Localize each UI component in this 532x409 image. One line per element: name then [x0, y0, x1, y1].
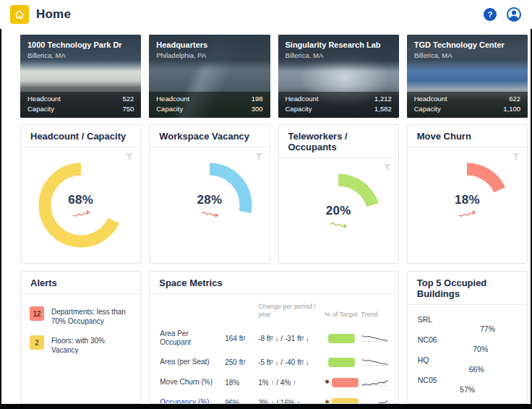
capacity-value: 300	[252, 104, 263, 114]
help-icon: ?	[488, 10, 493, 19]
top-building-row-hq: HQ 66%	[418, 356, 518, 374]
metric-change: -5 ft² ↓ / -40 ft² ↓	[258, 358, 325, 366]
metric-row-area-per-seat: Area (per Seat) 250 ft² -5 ft² ↓ / -40 f…	[160, 352, 388, 372]
alert-count-badge: 2	[30, 335, 44, 350]
building-location: Billerica, MA	[286, 51, 392, 59]
metric-row-occupancy: Occupancy (%) 96% 3% ↑ / 16% ↑ ✱	[160, 392, 388, 404]
metric-name: Area Per Occupant	[160, 330, 225, 347]
headcount-label: Headcount	[156, 94, 189, 104]
building-location: Billerica, MA	[414, 51, 520, 59]
gauge-title: Teleworkers / Occupants	[279, 125, 398, 158]
target-bar	[332, 398, 359, 405]
home-button[interactable]	[10, 5, 29, 24]
building-code: NC05	[418, 376, 518, 385]
capacity-label: Capacity	[414, 104, 441, 114]
capacity-value: 750	[122, 104, 134, 114]
metric-value: 18%	[225, 379, 258, 387]
donut-chart	[296, 173, 381, 259]
capacity-value: 1,100	[503, 104, 520, 114]
building-name: Singularity Research Lab	[286, 40, 392, 50]
headcount-value: 522	[122, 94, 134, 104]
space-metrics-title: Space Metrics	[150, 272, 398, 294]
building-location: Billerica, MA	[27, 51, 134, 59]
capacity-label: Capacity	[27, 104, 54, 114]
donut-chart	[424, 163, 510, 248]
col-header-trend: Trend	[361, 311, 389, 319]
filter-icon[interactable]	[383, 163, 392, 172]
page-title: Home	[36, 7, 71, 22]
metric-name-occupancy-link[interactable]: Occupancy (%)	[160, 398, 225, 404]
headcount-value: 198	[252, 94, 263, 104]
target-bar	[328, 358, 355, 367]
target-marker: :	[325, 359, 326, 365]
target-marker: ✱	[325, 379, 330, 385]
occupancy-percent: 77%	[418, 324, 495, 333]
target-marker: ✱	[325, 400, 330, 404]
alerts-panel: Alerts 12 Departments: less than 70% Occ…	[20, 271, 141, 404]
alert-item-floors[interactable]: 2 Floors: with 30% Vacancy	[30, 335, 132, 355]
metric-name: Move Churn (%)	[160, 378, 225, 387]
metric-value: 250 ft²	[225, 358, 258, 366]
occupancy-percent: 66%	[418, 365, 484, 374]
gauge-card-teleworkers-occupants: Teleworkers / Occupants 20%	[278, 124, 399, 264]
top-bar: Home ?	[0, 0, 532, 29]
metric-value: 96%	[225, 399, 258, 405]
gauge-title: Headcount / Capacity	[21, 125, 140, 147]
building-name: 1000 Technology Park Dr	[27, 40, 134, 50]
top-buildings-panel: Top 5 Occupied Buildings SRL 77% NC06 70…	[407, 271, 528, 404]
user-menu-button[interactable]	[506, 7, 522, 22]
building-card-tgd-technology-center[interactable]: TGD Technology Center Billerica, MA Head…	[407, 35, 528, 118]
trend-sparkline	[361, 397, 389, 404]
capacity-label: Capacity	[286, 104, 312, 114]
target-marker: :	[325, 335, 326, 341]
headcount-value: 1,212	[374, 94, 392, 104]
building-code: SRL	[418, 315, 518, 324]
headcount-value: 622	[509, 94, 520, 104]
gauge-card-headcount-capacity: Headcount / Capacity 68%	[20, 124, 141, 264]
dashboard-content: 1000 Technology Park Dr Billerica, MA He…	[0, 29, 532, 409]
building-card-1000-technology-park-dr[interactable]: 1000 Technology Park Dr Billerica, MA He…	[20, 35, 141, 118]
alerts-title: Alerts	[21, 272, 140, 294]
home-icon	[14, 9, 25, 20]
metric-row-move-churn: Move Churn (%) 18% 1% ↑ / 4% ↑ ✱	[160, 372, 388, 392]
building-location: Philadelphia, PA	[156, 51, 262, 59]
building-name: TGD Technology Center	[414, 40, 520, 50]
trend-sparkline	[361, 376, 389, 388]
filter-icon[interactable]	[125, 152, 134, 161]
top-building-row-srl: SRL 77%	[418, 315, 518, 333]
capacity-value: 1,582	[374, 104, 392, 114]
building-code: NC06	[418, 335, 518, 345]
building-card-singularity-research-lab[interactable]: Singularity Research Lab Billerica, MA H…	[278, 35, 399, 118]
headcount-label: Headcount	[286, 94, 319, 104]
occupancy-percent: 57%	[418, 385, 475, 394]
donut-chart	[38, 163, 124, 248]
alert-count-badge: 12	[30, 306, 44, 321]
metric-change: 1% ↑ / 4% ↑	[258, 379, 325, 387]
user-icon	[506, 7, 522, 22]
bottom-panels-row: Alerts 12 Departments: less than 70% Occ…	[1, 264, 531, 404]
filter-icon[interactable]	[254, 152, 263, 161]
alert-item-departments[interactable]: 12 Departments: less than 70% Occupancy	[30, 306, 132, 326]
target-bar	[332, 378, 359, 387]
building-card-headquarters[interactable]: Headquarters Philadelphia, PA Headcount1…	[149, 35, 270, 118]
top-building-row-nc05: NC05 57%	[418, 376, 518, 394]
capacity-label: Capacity	[156, 104, 183, 114]
alert-text: Floors: with 30% Vacancy	[51, 335, 132, 355]
metric-change: -8 ft² ↓ / -31 ft² ↓	[258, 335, 325, 343]
top-building-row-nc06: NC06 70%	[418, 335, 518, 353]
headcount-label: Headcount	[414, 94, 447, 104]
col-header-target: % of Target	[325, 311, 361, 319]
gauge-card-workspace-vacancy: Workspace Vacancy 28%	[149, 124, 270, 264]
trend-sparkline	[361, 356, 389, 368]
occupancy-percent: 70%	[418, 345, 488, 353]
gauge-title: Workspace Vacancy	[150, 125, 269, 147]
help-button[interactable]: ?	[484, 8, 497, 21]
metric-value: 164 ft²	[225, 335, 258, 343]
filter-icon[interactable]	[512, 152, 520, 161]
building-name: Headquarters	[156, 40, 262, 50]
top-buildings-title: Top 5 Occupied Buildings	[408, 272, 527, 305]
col-header-change: Change per period / year	[258, 303, 316, 319]
building-cards-row: 1000 Technology Park Dr Billerica, MA He…	[1, 29, 531, 118]
trend-sparkline	[361, 332, 389, 344]
metric-change: 3% ↑ / 16% ↑	[258, 399, 325, 405]
